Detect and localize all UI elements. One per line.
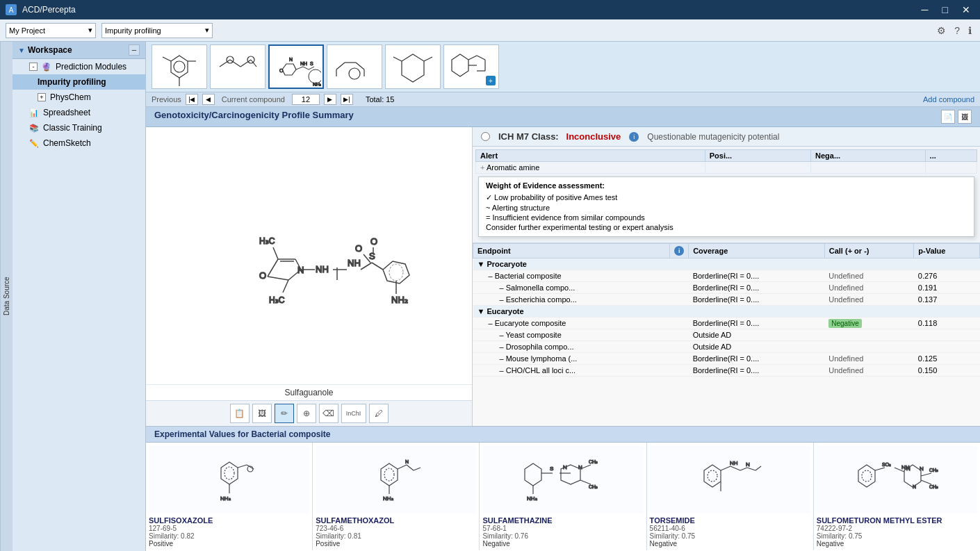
- add-compound-button[interactable]: Add compound: [923, 95, 974, 104]
- svg-text:NH: NH: [316, 264, 329, 274]
- endpoint-info-icon[interactable]: i: [674, 246, 684, 256]
- svg-text:CH₃: CH₃: [589, 459, 598, 464]
- settings-icon[interactable]: ⚙: [934, 24, 949, 38]
- svg-point-19: [309, 69, 321, 83]
- molecule-name-text: Sulfaguanole: [284, 388, 333, 397]
- bacterial-composite-pvalue: 0.276: [914, 270, 980, 282]
- cho-call: Undefined: [828, 366, 863, 375]
- exp-thumb-2: NH₂ N: [316, 445, 476, 513]
- svg-text:N: N: [405, 459, 409, 464]
- current-compound-label: Current compound: [222, 95, 285, 104]
- procaryote-expand-icon[interactable]: ▼: [477, 260, 485, 268]
- svg-text:CH₃: CH₃: [929, 468, 938, 472]
- svg-line-74: [407, 465, 414, 470]
- current-compound-input[interactable]: [292, 94, 320, 105]
- svg-line-104: [875, 468, 885, 470]
- exp-thumb-4: NH N: [650, 445, 810, 513]
- maximize-button[interactable]: □: [938, 3, 952, 17]
- workspace-expand-icon[interactable]: ▼: [18, 47, 25, 54]
- exp-compound-4[interactable]: NH N TORSEMIDE 56211-40-6 Similarity: 0.…: [647, 443, 814, 550]
- inchi-button[interactable]: InChI: [341, 404, 366, 423]
- molecule-panel: O N H₃C H₃C NH: [146, 127, 473, 426]
- workspace-minimize-button[interactable]: ─: [129, 44, 140, 56]
- alert-col-positive: Posi...: [705, 150, 810, 162]
- svg-text:NH₂: NH₂: [313, 82, 321, 86]
- exp-compound-3[interactable]: NH₂ S N N: [480, 443, 646, 550]
- alert-expand-icon[interactable]: +: [480, 163, 484, 172]
- app-title: ACD/Percepta: [22, 5, 76, 15]
- atom-button[interactable]: ⊕: [297, 404, 316, 423]
- pen-button[interactable]: 🖊: [369, 404, 389, 423]
- help-icon[interactable]: ?: [952, 24, 963, 38]
- alert-col-other: ...: [925, 150, 977, 162]
- data-source-tab[interactable]: Data Source: [0, 42, 13, 551]
- svg-point-103: [862, 470, 872, 482]
- svg-text:N: N: [578, 464, 582, 470]
- woe-item-1: ✓ Low probability of positive Ames test: [486, 192, 967, 203]
- procaryote-group-row: ▼ Procaryote: [473, 258, 980, 270]
- ich-info-icon[interactable]: i: [629, 132, 639, 142]
- project-dropdown[interactable]: My Project ▾: [6, 23, 96, 38]
- erase-button[interactable]: ⌫: [319, 404, 338, 423]
- info-icon[interactable]: ℹ: [965, 24, 974, 38]
- exp-compound-2[interactable]: NH₂ N SULFAMETHOXAZOL 723-46-6 Similarit…: [313, 443, 480, 550]
- sidebar-item-classic-training[interactable]: 📚 Classic Training: [13, 120, 145, 135]
- last-button[interactable]: ▶|: [341, 94, 353, 105]
- first-button[interactable]: |◀: [186, 94, 198, 105]
- cho-indent: –: [500, 366, 504, 375]
- svg-line-94: [721, 466, 730, 470]
- project-value: My Project: [9, 26, 45, 35]
- alert-col-alert: Alert: [476, 150, 705, 162]
- exp-call-1: Positive: [149, 540, 309, 548]
- svg-line-73: [398, 465, 407, 469]
- compound-thumb-3-active[interactable]: O N NH S NH₂: [268, 44, 324, 89]
- woe-item-4: Consider further experimental testing or…: [486, 222, 967, 232]
- ich-radio-button[interactable]: [481, 132, 490, 141]
- exp-compound-1[interactable]: NH₂ SULFISOXAZOLE 127-69-5 Similarity: 0…: [146, 443, 313, 550]
- eucaryote-expand-icon[interactable]: ▼: [477, 307, 485, 315]
- experimental-compounds: NH₂ SULFISOXAZOLE 127-69-5 Similarity: 0…: [146, 443, 980, 550]
- exp-sim-1: Similarity: 0.82: [149, 532, 309, 540]
- svg-text:NH: NH: [300, 61, 307, 66]
- pencil-button[interactable]: ✏: [275, 404, 294, 423]
- sidebar-item-chemsketch[interactable]: ✏️ ChemSketch: [13, 135, 145, 151]
- exp-compound-5[interactable]: SO₂ NH N N N: [814, 443, 980, 550]
- physchem-expand[interactable]: +: [38, 93, 46, 101]
- cho-coverage: Borderline(RI = 0....: [689, 365, 825, 377]
- svg-text:NH₂: NH₂: [527, 495, 537, 502]
- woe-tooltip: Weight of Evidence assessment: ✓ Low pro…: [478, 176, 974, 237]
- next-button[interactable]: ▶: [324, 94, 336, 105]
- compound-thumb-1[interactable]: [152, 44, 207, 89]
- compound-thumb-5[interactable]: [385, 44, 441, 89]
- compound-thumb-4[interactable]: [327, 44, 382, 89]
- prev-button[interactable]: ◀: [202, 94, 215, 105]
- prediction-modules-expand[interactable]: -: [29, 63, 38, 71]
- mouse-lymphoma-pvalue: 0.125: [914, 353, 980, 365]
- svg-line-95: [730, 466, 740, 470]
- export-img-button[interactable]: 🖼: [958, 110, 972, 124]
- window-controls[interactable]: ─ □ ✕: [917, 3, 974, 17]
- svg-line-44: [273, 247, 278, 259]
- close-button[interactable]: ✕: [958, 3, 974, 17]
- exp-cas-3: 57-68-1: [482, 525, 643, 532]
- compound-thumb-2[interactable]: [210, 44, 266, 89]
- svg-text:O: O: [370, 236, 377, 247]
- eucaryote-composite-row: – Eucaryote composite Borderline(RI = 0.…: [473, 318, 980, 329]
- sidebar-item-spreadsheet[interactable]: 📊 Spreadsheet: [13, 105, 145, 120]
- alert-positive: [705, 162, 810, 174]
- copy-image-button[interactable]: 🖼: [252, 404, 272, 423]
- copy-structure-button[interactable]: 📋: [230, 404, 250, 423]
- minimize-button[interactable]: ─: [917, 3, 933, 17]
- export-pdf-button[interactable]: 📄: [941, 110, 955, 124]
- svg-text:NH₂: NH₂: [220, 495, 231, 502]
- exp-name-2: SULFAMETHOXAZOL: [316, 516, 476, 525]
- sulfometuron-svg: SO₂ NH N N N: [851, 455, 942, 504]
- ich-radio-group[interactable]: [481, 132, 490, 141]
- sidebar-item-physchem[interactable]: + PhysChem: [13, 90, 145, 105]
- svg-line-112: [921, 473, 931, 476]
- sidebar-item-prediction-modules[interactable]: - 🔮 Prediction Modules: [13, 59, 145, 74]
- sidebar-item-impurity-profiling[interactable]: Impurity profiling: [13, 74, 145, 90]
- add-compound-thumb[interactable]: +: [443, 44, 499, 89]
- exp-sim-2: Similarity: 0.81: [316, 532, 476, 540]
- module-dropdown[interactable]: Impurity profiling ▾: [101, 23, 213, 38]
